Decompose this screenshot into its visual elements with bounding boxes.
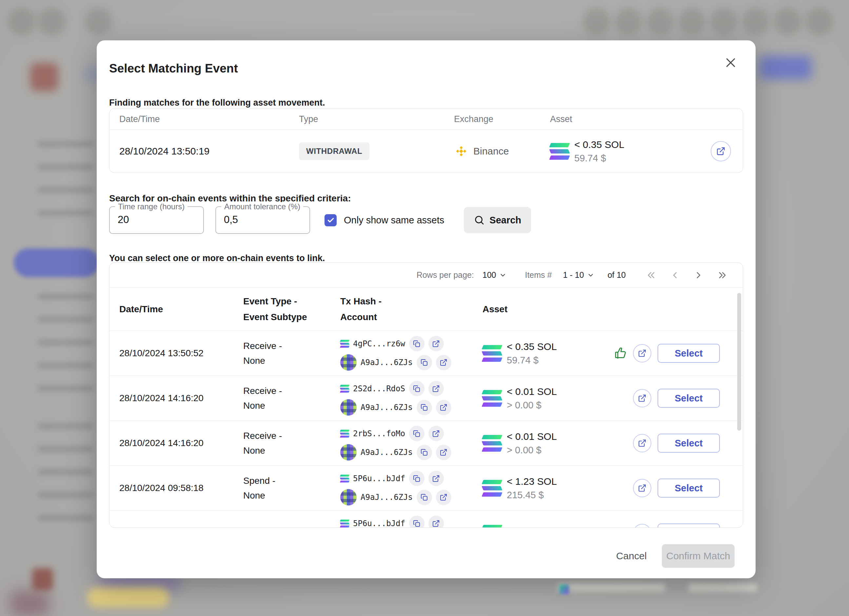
open-account-external-button[interactable] <box>436 490 451 505</box>
bottom-row-blur <box>557 583 666 592</box>
open-tx-external-button[interactable] <box>429 516 444 528</box>
account-avatar <box>340 444 357 461</box>
search-button[interactable]: Search <box>464 207 531 233</box>
close-button[interactable] <box>722 54 739 71</box>
chevron-right-icon <box>693 270 704 280</box>
external-link-icon <box>432 430 440 437</box>
select-event-button[interactable]: Select <box>658 344 720 363</box>
tx-hash: 5P6u...bJdf <box>353 474 405 483</box>
sidebar-item-blur <box>38 515 94 521</box>
open-tx-external-button[interactable] <box>429 381 444 396</box>
copy-tx-hash-button[interactable] <box>409 381 424 396</box>
first-page-button[interactable] <box>646 270 657 280</box>
items-label: Items # <box>525 270 552 280</box>
next-page-button[interactable] <box>693 270 704 280</box>
sidebar-item-blur <box>38 385 94 391</box>
rows-per-page-select[interactable]: 100 <box>483 270 507 280</box>
open-account-external-button[interactable] <box>436 445 451 460</box>
confirm-match-button[interactable]: Confirm Match <box>662 544 734 568</box>
external-link-icon <box>638 349 646 358</box>
open-event-external-button[interactable] <box>633 344 651 362</box>
account-avatar <box>340 489 357 506</box>
open-tx-external-button[interactable] <box>429 471 444 486</box>
open-event-external-button[interactable] <box>633 389 651 407</box>
previous-page-button[interactable] <box>670 270 680 280</box>
topbar-icon-blur <box>806 8 833 36</box>
copy-account-button[interactable] <box>417 355 432 370</box>
asset-amount: < 0.35 SOL <box>507 341 557 352</box>
topbar-icon-blur <box>85 8 112 36</box>
event-type-cell: Receive - None <box>243 383 340 413</box>
event-type-cell: Receive - None <box>243 339 340 368</box>
open-movement-external-button[interactable] <box>710 141 731 161</box>
copy-tx-hash-button[interactable] <box>409 336 424 351</box>
open-event-external-button[interactable] <box>633 479 651 497</box>
sidebar-active-item-blur <box>14 248 99 277</box>
column-header-asset: Asset <box>483 304 720 315</box>
sidebar-item-blur <box>38 423 94 429</box>
account-avatar <box>340 399 357 416</box>
tx-cell: 5P6u...bJdf A9aJ...6ZJs <box>340 471 483 506</box>
event-type-cell: Spend - None <box>243 473 340 503</box>
cancel-button[interactable]: Cancel <box>614 550 649 562</box>
copy-tx-hash-button[interactable] <box>409 426 424 441</box>
external-link-icon <box>638 439 646 447</box>
copy-account-button[interactable] <box>417 400 432 415</box>
account-address: A9aJ...6ZJs <box>360 448 413 457</box>
checkbox-checked-icon[interactable] <box>325 214 337 226</box>
event-actions: Select <box>614 434 720 453</box>
external-link-icon <box>439 403 447 411</box>
column-header-tx-hash: Tx Hash - Account <box>340 294 483 325</box>
same-assets-checkbox-group[interactable]: Only show same assets <box>325 214 444 226</box>
open-tx-external-button[interactable] <box>429 336 444 351</box>
solana-icon <box>483 480 502 497</box>
page-count-label: of 10 <box>608 270 626 280</box>
copy-tx-hash-button[interactable] <box>409 471 424 486</box>
open-event-external-button[interactable] <box>633 524 651 528</box>
copy-account-button[interactable] <box>417 445 432 460</box>
external-link-icon <box>432 385 440 392</box>
copy-icon <box>420 358 428 366</box>
select-event-button[interactable]: Select <box>658 479 720 498</box>
copy-icon <box>420 403 428 411</box>
copy-account-button[interactable] <box>417 490 432 505</box>
items-range-select[interactable]: 1 - 10 <box>563 270 594 280</box>
open-account-external-button[interactable] <box>436 355 451 370</box>
account-address: A9aJ...6ZJs <box>360 493 413 502</box>
time-range-input[interactable] <box>117 213 194 226</box>
close-icon <box>724 56 737 69</box>
bottom-row-blur <box>688 583 757 592</box>
select-event-button[interactable]: Select <box>658 524 720 528</box>
copy-tx-hash-button[interactable] <box>409 516 424 528</box>
time-range-field[interactable]: Time range (hours) <box>109 206 204 234</box>
same-assets-label: Only show same assets <box>344 215 444 226</box>
event-datetime: 28/10/2024 13:50:52 <box>119 348 243 358</box>
app-logo-blur <box>30 63 58 91</box>
copy-icon <box>420 448 428 456</box>
external-link-icon <box>432 519 440 527</box>
event-row: 28/10/2024 14:16:20 Receive - None 2S2d.… <box>109 376 743 421</box>
pagination-bar: Rows per page: 100 Items # 1 - 10 of 10 <box>109 263 743 288</box>
external-link-icon <box>432 474 440 482</box>
select-event-button[interactable]: Select <box>658 434 720 453</box>
asset-movement-table: Date/Time Type Exchange Asset 28/10/2024… <box>109 108 743 173</box>
open-tx-external-button[interactable] <box>429 426 444 441</box>
event-row: 28/10/2024 13:50:52 Receive - None 4gPC.… <box>109 331 743 376</box>
tx-hash: 4gPC...rz6w <box>353 339 405 348</box>
tx-cell: 2S2d...RdoS A9aJ...6ZJs <box>340 381 483 416</box>
events-table-header: Date/Time Event Type - Event Subtype Tx … <box>109 288 743 331</box>
event-asset-cell: < 0.35 SOL 59.74 $ <box>483 341 614 366</box>
open-event-external-button[interactable] <box>633 434 651 452</box>
amount-tolerance-input[interactable] <box>223 213 300 226</box>
items-range-value: 1 - 10 <box>563 270 584 280</box>
last-page-button[interactable] <box>717 270 727 280</box>
amount-tolerance-field[interactable]: Amount tolerance (%) <box>215 206 310 234</box>
bottom-corner-blur <box>10 591 49 616</box>
open-account-external-button[interactable] <box>436 400 451 415</box>
topbar-icon-blur <box>710 8 737 36</box>
column-header-type: Type <box>299 114 454 124</box>
exchange-name: Binance <box>473 146 509 157</box>
select-event-button[interactable]: Select <box>658 389 720 408</box>
movement-datetime: 28/10/2024 13:50:19 <box>119 146 299 157</box>
table-scrollbar[interactable] <box>737 293 741 431</box>
